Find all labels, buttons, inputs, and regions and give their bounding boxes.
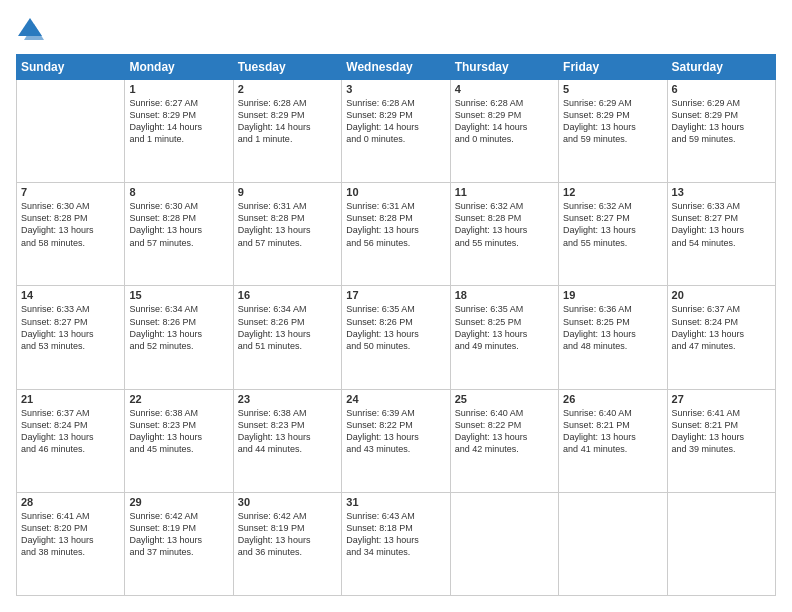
calendar-cell: 5Sunrise: 6:29 AMSunset: 8:29 PMDaylight…: [559, 80, 667, 183]
day-info: Sunrise: 6:40 AMSunset: 8:21 PMDaylight:…: [563, 407, 662, 456]
day-info: Sunrise: 6:41 AMSunset: 8:20 PMDaylight:…: [21, 510, 120, 559]
calendar-cell: 25Sunrise: 6:40 AMSunset: 8:22 PMDayligh…: [450, 389, 558, 492]
day-number: 29: [129, 496, 228, 508]
day-info: Sunrise: 6:36 AMSunset: 8:25 PMDaylight:…: [563, 303, 662, 352]
day-info: Sunrise: 6:41 AMSunset: 8:21 PMDaylight:…: [672, 407, 771, 456]
calendar-cell: 16Sunrise: 6:34 AMSunset: 8:26 PMDayligh…: [233, 286, 341, 389]
day-number: 25: [455, 393, 554, 405]
calendar-cell: 26Sunrise: 6:40 AMSunset: 8:21 PMDayligh…: [559, 389, 667, 492]
day-info: Sunrise: 6:32 AMSunset: 8:27 PMDaylight:…: [563, 200, 662, 249]
calendar-cell: 6Sunrise: 6:29 AMSunset: 8:29 PMDaylight…: [667, 80, 775, 183]
calendar-week-5: 28Sunrise: 6:41 AMSunset: 8:20 PMDayligh…: [17, 492, 776, 595]
calendar-cell: [450, 492, 558, 595]
day-info: Sunrise: 6:43 AMSunset: 8:18 PMDaylight:…: [346, 510, 445, 559]
calendar-week-1: 1Sunrise: 6:27 AMSunset: 8:29 PMDaylight…: [17, 80, 776, 183]
calendar-cell: 7Sunrise: 6:30 AMSunset: 8:28 PMDaylight…: [17, 183, 125, 286]
calendar-cell: [667, 492, 775, 595]
day-info: Sunrise: 6:27 AMSunset: 8:29 PMDaylight:…: [129, 97, 228, 146]
calendar-cell: 13Sunrise: 6:33 AMSunset: 8:27 PMDayligh…: [667, 183, 775, 286]
calendar-cell: 12Sunrise: 6:32 AMSunset: 8:27 PMDayligh…: [559, 183, 667, 286]
day-info: Sunrise: 6:28 AMSunset: 8:29 PMDaylight:…: [238, 97, 337, 146]
day-number: 22: [129, 393, 228, 405]
day-number: 16: [238, 289, 337, 301]
calendar-week-2: 7Sunrise: 6:30 AMSunset: 8:28 PMDaylight…: [17, 183, 776, 286]
calendar-cell: 15Sunrise: 6:34 AMSunset: 8:26 PMDayligh…: [125, 286, 233, 389]
day-number: 8: [129, 186, 228, 198]
day-number: 21: [21, 393, 120, 405]
day-info: Sunrise: 6:38 AMSunset: 8:23 PMDaylight:…: [238, 407, 337, 456]
day-info: Sunrise: 6:28 AMSunset: 8:29 PMDaylight:…: [455, 97, 554, 146]
calendar-cell: 18Sunrise: 6:35 AMSunset: 8:25 PMDayligh…: [450, 286, 558, 389]
col-header-sunday: Sunday: [17, 55, 125, 80]
calendar-cell: 20Sunrise: 6:37 AMSunset: 8:24 PMDayligh…: [667, 286, 775, 389]
day-number: 26: [563, 393, 662, 405]
day-number: 11: [455, 186, 554, 198]
day-number: 3: [346, 83, 445, 95]
calendar-cell: [17, 80, 125, 183]
day-number: 30: [238, 496, 337, 508]
calendar-cell: 11Sunrise: 6:32 AMSunset: 8:28 PMDayligh…: [450, 183, 558, 286]
calendar-cell: 30Sunrise: 6:42 AMSunset: 8:19 PMDayligh…: [233, 492, 341, 595]
logo: [16, 16, 48, 44]
calendar-cell: 19Sunrise: 6:36 AMSunset: 8:25 PMDayligh…: [559, 286, 667, 389]
col-header-wednesday: Wednesday: [342, 55, 450, 80]
day-number: 14: [21, 289, 120, 301]
day-info: Sunrise: 6:35 AMSunset: 8:25 PMDaylight:…: [455, 303, 554, 352]
day-number: 19: [563, 289, 662, 301]
day-number: 28: [21, 496, 120, 508]
day-info: Sunrise: 6:42 AMSunset: 8:19 PMDaylight:…: [129, 510, 228, 559]
calendar-cell: 14Sunrise: 6:33 AMSunset: 8:27 PMDayligh…: [17, 286, 125, 389]
day-info: Sunrise: 6:29 AMSunset: 8:29 PMDaylight:…: [672, 97, 771, 146]
calendar-week-4: 21Sunrise: 6:37 AMSunset: 8:24 PMDayligh…: [17, 389, 776, 492]
day-number: 18: [455, 289, 554, 301]
calendar-cell: 24Sunrise: 6:39 AMSunset: 8:22 PMDayligh…: [342, 389, 450, 492]
day-number: 27: [672, 393, 771, 405]
day-info: Sunrise: 6:39 AMSunset: 8:22 PMDaylight:…: [346, 407, 445, 456]
day-number: 6: [672, 83, 771, 95]
col-header-tuesday: Tuesday: [233, 55, 341, 80]
day-info: Sunrise: 6:42 AMSunset: 8:19 PMDaylight:…: [238, 510, 337, 559]
day-info: Sunrise: 6:33 AMSunset: 8:27 PMDaylight:…: [21, 303, 120, 352]
day-info: Sunrise: 6:34 AMSunset: 8:26 PMDaylight:…: [129, 303, 228, 352]
day-number: 7: [21, 186, 120, 198]
day-number: 5: [563, 83, 662, 95]
calendar-cell: 4Sunrise: 6:28 AMSunset: 8:29 PMDaylight…: [450, 80, 558, 183]
day-info: Sunrise: 6:37 AMSunset: 8:24 PMDaylight:…: [21, 407, 120, 456]
day-number: 4: [455, 83, 554, 95]
calendar-cell: 3Sunrise: 6:28 AMSunset: 8:29 PMDaylight…: [342, 80, 450, 183]
day-number: 9: [238, 186, 337, 198]
calendar-cell: 1Sunrise: 6:27 AMSunset: 8:29 PMDaylight…: [125, 80, 233, 183]
calendar-cell: 28Sunrise: 6:41 AMSunset: 8:20 PMDayligh…: [17, 492, 125, 595]
calendar-cell: 10Sunrise: 6:31 AMSunset: 8:28 PMDayligh…: [342, 183, 450, 286]
page: SundayMondayTuesdayWednesdayThursdayFrid…: [0, 0, 792, 612]
col-header-friday: Friday: [559, 55, 667, 80]
day-number: 23: [238, 393, 337, 405]
calendar-cell: 17Sunrise: 6:35 AMSunset: 8:26 PMDayligh…: [342, 286, 450, 389]
day-info: Sunrise: 6:37 AMSunset: 8:24 PMDaylight:…: [672, 303, 771, 352]
day-number: 10: [346, 186, 445, 198]
day-info: Sunrise: 6:29 AMSunset: 8:29 PMDaylight:…: [563, 97, 662, 146]
col-header-monday: Monday: [125, 55, 233, 80]
calendar-header-row: SundayMondayTuesdayWednesdayThursdayFrid…: [17, 55, 776, 80]
day-info: Sunrise: 6:31 AMSunset: 8:28 PMDaylight:…: [346, 200, 445, 249]
logo-icon: [16, 16, 44, 44]
day-info: Sunrise: 6:28 AMSunset: 8:29 PMDaylight:…: [346, 97, 445, 146]
day-info: Sunrise: 6:35 AMSunset: 8:26 PMDaylight:…: [346, 303, 445, 352]
calendar-cell: 2Sunrise: 6:28 AMSunset: 8:29 PMDaylight…: [233, 80, 341, 183]
day-info: Sunrise: 6:33 AMSunset: 8:27 PMDaylight:…: [672, 200, 771, 249]
day-number: 31: [346, 496, 445, 508]
day-info: Sunrise: 6:40 AMSunset: 8:22 PMDaylight:…: [455, 407, 554, 456]
day-number: 1: [129, 83, 228, 95]
day-number: 2: [238, 83, 337, 95]
day-number: 13: [672, 186, 771, 198]
day-info: Sunrise: 6:32 AMSunset: 8:28 PMDaylight:…: [455, 200, 554, 249]
col-header-thursday: Thursday: [450, 55, 558, 80]
calendar-cell: 21Sunrise: 6:37 AMSunset: 8:24 PMDayligh…: [17, 389, 125, 492]
day-info: Sunrise: 6:30 AMSunset: 8:28 PMDaylight:…: [21, 200, 120, 249]
day-info: Sunrise: 6:31 AMSunset: 8:28 PMDaylight:…: [238, 200, 337, 249]
day-number: 12: [563, 186, 662, 198]
calendar-cell: 8Sunrise: 6:30 AMSunset: 8:28 PMDaylight…: [125, 183, 233, 286]
day-number: 15: [129, 289, 228, 301]
day-number: 17: [346, 289, 445, 301]
calendar-week-3: 14Sunrise: 6:33 AMSunset: 8:27 PMDayligh…: [17, 286, 776, 389]
